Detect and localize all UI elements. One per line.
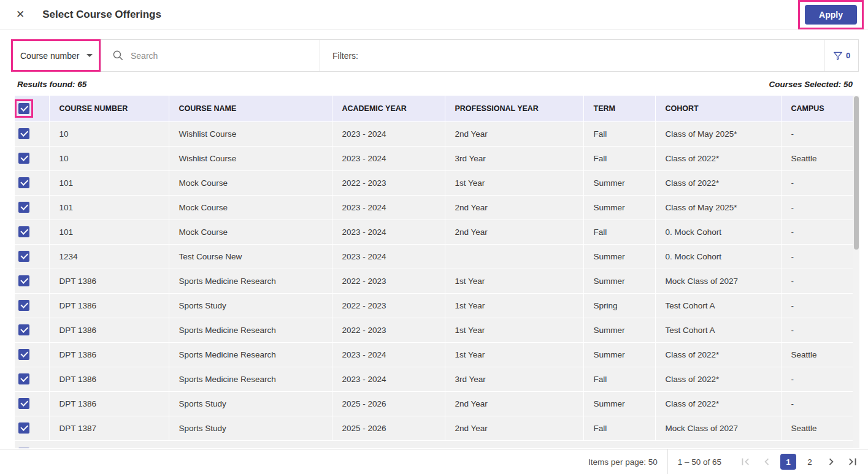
last-page-button[interactable] (845, 454, 861, 470)
cell-course-name: Sports Medicine Research (169, 367, 332, 391)
row-checkbox[interactable] (18, 128, 29, 139)
cell-professional-year: 1st Year (445, 170, 583, 195)
select-all-annotation-box (15, 99, 33, 118)
cell-course-number: 101 (49, 195, 169, 220)
cell-cohort: Class of May 2025* (655, 195, 781, 220)
table-row: DPT 1386Sports Medicine Research2022 - 2… (15, 318, 853, 342)
row-checkbox-cell (15, 170, 49, 195)
row-checkbox[interactable] (18, 177, 29, 188)
search-by-dropdown[interactable]: Course number (12, 40, 101, 71)
cell-academic-year: 2023 - 2024 (332, 195, 445, 220)
row-checkbox-cell (15, 391, 49, 416)
previous-page-button[interactable] (759, 454, 775, 470)
cell-course-number: DPT 1386 (49, 293, 169, 318)
cell-professional-year: 2nd Year (445, 220, 583, 244)
cell-course-name: Sports Study (169, 391, 332, 416)
cell-course-name: Sports Medicine Research (169, 269, 332, 293)
dialog-title: Select Course Offerings (42, 9, 161, 21)
filters-label: Filters: (332, 51, 358, 61)
cell-course-name: Sports Medicine Research (169, 342, 332, 367)
page-1-button[interactable]: 1 (780, 454, 796, 470)
page-2-button[interactable]: 2 (802, 454, 818, 470)
page-range-label: 1 – 50 of 65 (678, 457, 721, 467)
cell-cohort: Class of May 2025* (655, 121, 781, 146)
cell-academic-year: 2022 - 2023 (332, 170, 445, 195)
chevron-down-icon (86, 54, 93, 57)
first-page-button[interactable] (737, 454, 753, 470)
chevron-left-icon (760, 455, 774, 468)
cell-professional-year (445, 244, 583, 269)
next-page-button[interactable] (823, 454, 839, 470)
cell-term: Summer (583, 318, 655, 342)
pagination-footer: Items per page: 50 1 – 50 of 65 1 2 (0, 449, 868, 474)
cell-academic-year: 2023 - 2024 (332, 342, 445, 367)
cell-course-number: 10 (49, 121, 169, 146)
cell-term: Summer (583, 342, 655, 367)
cell-cohort: Class of 2022* (655, 367, 781, 391)
row-checkbox[interactable] (18, 349, 29, 360)
apply-button[interactable]: Apply (805, 5, 857, 25)
column-header-professional-year: PROFESSIONAL YEAR (445, 96, 583, 121)
cell-professional-year: 3rd Year (445, 367, 583, 391)
cell-course-number: 1234 (49, 244, 169, 269)
cell-academic-year: 2023 - 2024 (332, 146, 445, 170)
row-checkbox[interactable] (18, 202, 29, 213)
cell-professional-year: 2nd Year (445, 416, 583, 440)
cell-campus: Seattle (781, 416, 853, 440)
row-checkbox[interactable] (18, 300, 29, 311)
cell-term: Fall (583, 367, 655, 391)
row-checkbox-cell (15, 220, 49, 244)
row-checkbox-cell (15, 416, 49, 440)
pager: 1 2 (737, 454, 861, 470)
column-header-academic-year: ACADEMIC YEAR (332, 96, 445, 121)
cell-campus: - (781, 293, 853, 318)
filter-button[interactable]: 0 (824, 40, 858, 71)
cell-course-number: DPT 1386 (49, 318, 169, 342)
filter-count: 0 (846, 51, 850, 60)
select-all-checkbox[interactable] (18, 103, 29, 114)
row-checkbox-cell (15, 318, 49, 342)
table-row: 10Wishlist Course2023 - 20243rd YearFall… (15, 146, 853, 170)
courses-selected-label: Courses Selected: 50 (769, 80, 853, 89)
cell-term: Summer (583, 269, 655, 293)
row-checkbox-cell (15, 342, 49, 367)
close-icon[interactable]: ✕ (16, 9, 25, 20)
cell-professional-year: 1st Year (445, 342, 583, 367)
cell-academic-year: 2025 - 2026 (332, 391, 445, 416)
row-checkbox-cell (15, 195, 49, 220)
row-checkbox[interactable] (18, 275, 29, 286)
row-checkbox[interactable] (18, 226, 29, 237)
vertical-scrollbar[interactable] (853, 96, 859, 448)
cell-course-number: DPT 1386 (49, 269, 169, 293)
cell-academic-year: 2022 - 2023 (332, 318, 445, 342)
cell-academic-year: 2023 - 2024 (332, 367, 445, 391)
dialog-header: ✕ Select Course Offerings Apply (0, 0, 868, 29)
table-row: 101Mock Course2023 - 20242nd YearFall0. … (15, 220, 853, 244)
cell-cohort: 0. Mock Cohort (655, 244, 781, 269)
row-checkbox[interactable] (18, 422, 29, 434)
scrollbar-thumb[interactable] (854, 96, 859, 250)
row-checkbox[interactable] (18, 448, 29, 448)
table-row: DPT 1386Sports Study2025 - 20262nd YearS… (15, 391, 853, 416)
cell-academic-year: 2022 - 2023 (332, 269, 445, 293)
cell-campus: Seattle (781, 342, 853, 367)
cell-campus: - (781, 244, 853, 269)
row-checkbox[interactable] (18, 324, 29, 335)
row-checkbox-cell (15, 121, 49, 146)
search-input[interactable] (131, 51, 320, 61)
row-checkbox[interactable] (18, 398, 29, 409)
first-page-icon (739, 455, 752, 468)
table-row: DPT 1386Sports Medicine Research2023 - 2… (15, 342, 853, 367)
filters-section: Filters: (320, 40, 824, 71)
row-checkbox[interactable] (18, 153, 29, 164)
cell-cohort: Test Cohort A (655, 318, 781, 342)
cell-course-name: Mock Course (169, 195, 332, 220)
cell-course-name: Wishlist Course (169, 121, 332, 146)
row-checkbox[interactable] (18, 373, 29, 384)
cell-cohort: Test Cohort A (655, 293, 781, 318)
apply-annotation-box: Apply (798, 0, 864, 29)
row-checkbox-cell (15, 146, 49, 170)
row-checkbox[interactable] (18, 251, 29, 262)
table-row: DPT 1386Sports Study2022 - 20231st YearS… (15, 293, 853, 318)
results-found-label: Results found: 65 (17, 80, 86, 89)
